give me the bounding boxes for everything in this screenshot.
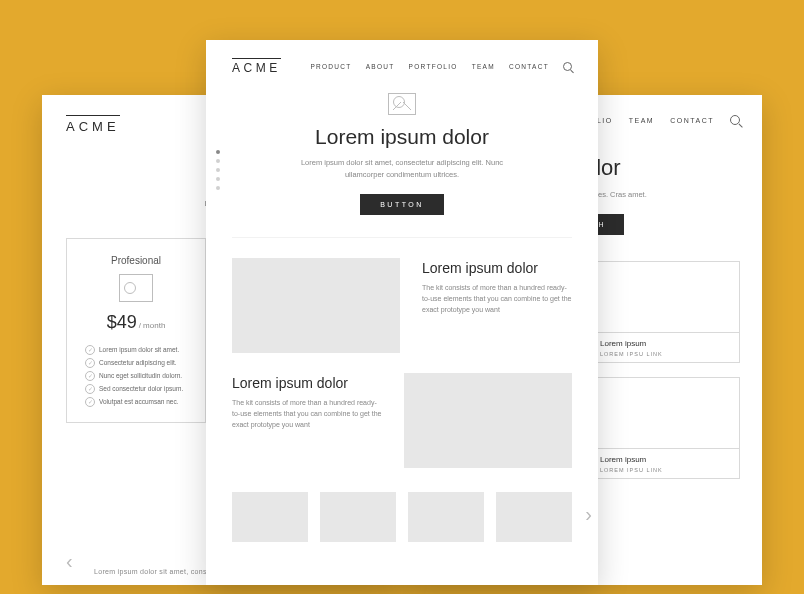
carousel-prev-icon[interactable]: ‹ (66, 555, 78, 567)
feature-row: Lorem ipsum dolor The kit consists of mo… (206, 238, 598, 353)
gallery-item-title: Lorem ipsum (600, 455, 731, 464)
gallery-item-link[interactable]: LOREM IPSU LINK (600, 467, 731, 473)
gallery-item-title: Lorem ipsum (600, 339, 731, 348)
nav-item-portfolio[interactable]: PORTFOLIO (409, 63, 458, 70)
dot-indicator[interactable] (216, 186, 220, 190)
pricing-amount: $49 (107, 312, 137, 332)
gallery-item[interactable]: Lorem ipsum LOREM IPSU LINK (591, 377, 740, 479)
dot-indicator[interactable] (216, 150, 220, 154)
top-nav: PRODUCT ABOUT PORTFOLIO TEAM CONTACT (310, 62, 572, 71)
feature-title: Lorem ipsum dolor (422, 260, 572, 276)
dot-indicator[interactable] (216, 177, 220, 181)
nav-item-product[interactable]: PRODUCT (310, 63, 351, 70)
carousel-next-icon[interactable]: › (585, 508, 592, 520)
pricing-unit: / month (139, 321, 166, 330)
dot-indicator[interactable] (216, 168, 220, 172)
feature-image-placeholder (232, 258, 400, 353)
feature-image-placeholder (404, 373, 572, 468)
pricing-card[interactable]: Profesional $49/ month Lorem ipsum dolor… (66, 238, 206, 423)
dot-indicator[interactable] (216, 159, 220, 163)
wireframe-page-landing: ACME PRODUCT ABOUT PORTFOLIO TEAM CONTAC… (206, 40, 598, 585)
feature-body: The kit consists of more than a hundred … (422, 282, 572, 316)
image-placeholder-icon (119, 274, 153, 302)
hero-title: Lorem ipsum dolor (246, 125, 558, 149)
gallery-item[interactable]: Lorem ipsum LOREM IPSU LINK (591, 261, 740, 363)
feature-title: Lorem ipsum dolor (232, 375, 382, 391)
feature-body: The kit consists of more than a hundred … (232, 397, 382, 431)
pricing-feature-list: Lorem ipsum dolor sit amet. Consectetur … (85, 343, 187, 408)
section-dots[interactable] (216, 150, 220, 190)
image-placeholder-icon (388, 93, 416, 115)
nav-item-about[interactable]: ABOUT (366, 63, 395, 70)
brand-logo: ACME (66, 115, 120, 134)
gallery-item-link[interactable]: LOREM IPSU LINK (600, 351, 731, 357)
brand-logo: ACME (232, 58, 281, 75)
pricing-feature: Nunc eget sollicitudin dolorn. (85, 369, 187, 382)
thumbnail-carousel: › (206, 468, 598, 542)
thumbnail-placeholder[interactable] (496, 492, 572, 542)
thumbnail-placeholder[interactable] (320, 492, 396, 542)
nav-item-team[interactable]: TEAM (629, 117, 654, 124)
hero-cta-button[interactable]: BUTTON (360, 194, 444, 215)
nav-item-team[interactable]: TEAM (472, 63, 495, 70)
pricing-feature: Volutpat est accumsan nec. (85, 395, 187, 408)
pricing-feature: Consectetur adipiscing elit. (85, 356, 187, 369)
thumbnail-placeholder[interactable] (232, 492, 308, 542)
nav-item-contact[interactable]: CONTACT (670, 117, 714, 124)
nav-item-contact[interactable]: CONTACT (509, 63, 549, 70)
thumbnail-placeholder[interactable] (408, 492, 484, 542)
search-icon[interactable] (563, 62, 572, 71)
feature-row: Lorem ipsum dolor The kit consists of mo… (206, 353, 598, 468)
pricing-feature: Sed consectetur dolor ipsum. (85, 382, 187, 395)
pricing-feature: Lorem ipsum dolor sit amet. (85, 343, 187, 356)
hero-subtitle: Lorem ipsum dolor sit amet, consectetur … (287, 157, 517, 181)
search-icon[interactable] (730, 115, 740, 125)
pricing-plan-name: Profesional (85, 255, 187, 266)
